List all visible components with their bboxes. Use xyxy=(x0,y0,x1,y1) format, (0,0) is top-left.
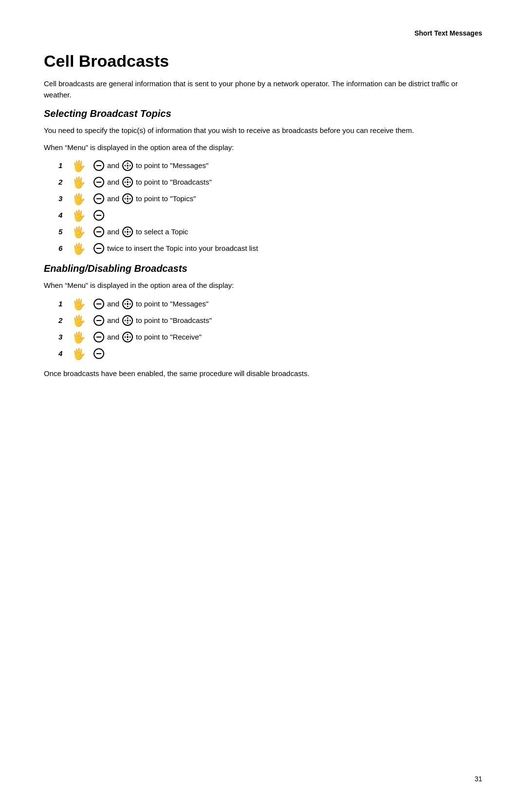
svg-text:🖐: 🖐 xyxy=(72,242,86,255)
svg-text:🖐: 🖐 xyxy=(72,298,86,311)
menu-button-icon-6 xyxy=(94,243,104,254)
s2-step-num-1: 1 xyxy=(58,298,68,310)
step-3: 3 🖐 and to point to "Topics" xyxy=(58,192,482,206)
svg-point-1 xyxy=(127,165,129,167)
step-1: 1 🖐 and xyxy=(58,159,482,172)
page-number: 31 xyxy=(474,775,482,783)
svg-point-33 xyxy=(127,320,129,321)
step-num-2: 2 xyxy=(58,176,68,188)
nav-icon xyxy=(122,160,133,171)
s2-step-1: 1 🖐 and to point to "Messages" xyxy=(58,297,482,311)
svg-marker-17 xyxy=(130,198,131,200)
step-5: 5 🖐 and to select a Topic xyxy=(58,225,482,239)
s2-step-num-4: 4 xyxy=(58,348,68,359)
svg-text:🖐: 🖐 xyxy=(72,209,86,222)
s2-hand-icon-4: 🖐 xyxy=(72,347,90,360)
intro-text: Cell broadcasts are general information … xyxy=(44,78,482,100)
menu-button-icon xyxy=(94,160,104,171)
s2-step-num-2: 2 xyxy=(58,315,68,326)
svg-point-39 xyxy=(127,336,129,338)
s2-menu-icon-4 xyxy=(94,348,104,359)
svg-text:🖐: 🖐 xyxy=(72,347,86,360)
svg-marker-24 xyxy=(130,231,131,233)
svg-marker-16 xyxy=(124,198,126,200)
svg-marker-29 xyxy=(127,306,129,307)
svg-text:🖐: 🖐 xyxy=(72,176,86,189)
svg-marker-2 xyxy=(127,162,129,164)
nav-icon-2 xyxy=(122,177,133,188)
section-header: Short Text Messages xyxy=(44,29,482,37)
svg-marker-37 xyxy=(130,320,131,321)
s2-hand-icon-2: 🖐 xyxy=(72,314,90,327)
s2-menu-icon-1 xyxy=(94,299,104,309)
svg-marker-21 xyxy=(127,228,129,230)
svg-marker-8 xyxy=(127,179,129,180)
step-1-content: 🖐 and to point to "Messages" xyxy=(71,159,208,172)
svg-marker-11 xyxy=(130,181,131,183)
hand-icon-5: 🖐 xyxy=(72,225,90,239)
hand-icon-3: 🖐 xyxy=(72,192,90,206)
s2-nav-icon-3 xyxy=(122,332,133,342)
step-4-content: 🖐 xyxy=(71,208,105,222)
svg-marker-15 xyxy=(127,201,129,202)
nav-icon-5 xyxy=(122,227,133,237)
page-title: Cell Broadcasts xyxy=(44,52,482,71)
step-num-3: 3 xyxy=(58,193,68,205)
step-num-4: 4 xyxy=(58,209,68,221)
s2-step-3-content: 🖐 and to point to "Receive" xyxy=(71,330,202,344)
s2-step-3: 3 🖐 and to point to "Receive" xyxy=(58,330,482,344)
svg-point-27 xyxy=(127,303,129,305)
svg-marker-5 xyxy=(130,165,131,167)
hand-icon: 🖐 xyxy=(72,159,90,172)
svg-marker-43 xyxy=(130,336,131,338)
hand-icon-4: 🖐 xyxy=(72,208,90,222)
step-num-5: 5 xyxy=(58,226,68,238)
menu-button-icon-3 xyxy=(94,193,104,204)
section2-instruction: When “Menu” is displayed in the option a… xyxy=(44,280,482,291)
s2-menu-icon-3 xyxy=(94,332,104,342)
svg-point-7 xyxy=(127,181,129,183)
svg-marker-22 xyxy=(127,234,129,235)
svg-marker-35 xyxy=(127,322,129,324)
section1-title: Selecting Broadcast Topics xyxy=(44,108,482,119)
s2-step-2: 2 🖐 and to point to "Broadcasts" xyxy=(58,314,482,327)
svg-marker-14 xyxy=(127,195,129,197)
section2-steps: 1 🖐 and to point to "Messages" xyxy=(44,297,482,360)
svg-text:🖐: 🖐 xyxy=(72,226,86,239)
svg-marker-34 xyxy=(127,317,129,319)
svg-text:🖐: 🖐 xyxy=(72,159,86,172)
hand-icon-6: 🖐 xyxy=(72,242,90,255)
s2-nav-icon-2 xyxy=(122,315,133,326)
svg-marker-30 xyxy=(124,303,126,305)
svg-marker-40 xyxy=(127,334,129,335)
svg-marker-28 xyxy=(127,301,129,302)
s2-step-4: 4 🖐 xyxy=(58,347,482,360)
menu-button-icon-5 xyxy=(94,227,104,237)
step-2: 2 🖐 and to point to "Broadcasts" xyxy=(58,175,482,189)
svg-marker-3 xyxy=(127,168,129,169)
svg-marker-36 xyxy=(124,320,126,321)
s2-menu-icon-2 xyxy=(94,315,104,326)
s2-step-num-3: 3 xyxy=(58,331,68,343)
s2-hand-icon-1: 🖐 xyxy=(72,297,90,311)
hand-icon-2: 🖐 xyxy=(72,175,90,189)
section1-steps: 1 🖐 and xyxy=(44,159,482,255)
svg-point-20 xyxy=(127,231,129,233)
step-6: 6 🖐 twice to insert the Topic into your … xyxy=(58,242,482,255)
s2-hand-icon-3: 🖐 xyxy=(72,330,90,344)
svg-marker-10 xyxy=(124,181,126,183)
s2-step-1-content: 🖐 and to point to "Messages" xyxy=(71,297,208,311)
step-5-content: 🖐 and to select a Topic xyxy=(71,225,188,239)
step-num-1: 1 xyxy=(58,160,68,171)
svg-marker-23 xyxy=(124,231,126,233)
svg-marker-9 xyxy=(127,184,129,186)
svg-marker-41 xyxy=(127,339,129,340)
svg-marker-4 xyxy=(124,165,126,167)
step-num-6: 6 xyxy=(58,243,68,254)
svg-text:🖐: 🖐 xyxy=(72,331,86,344)
s2-step-4-content: 🖐 xyxy=(71,347,105,360)
section1-instruction: When “Menu” is displayed in the option a… xyxy=(44,142,482,153)
svg-marker-31 xyxy=(130,303,131,305)
section1-description: You need to specify the topic(s) of info… xyxy=(44,125,482,136)
svg-point-13 xyxy=(127,198,129,200)
